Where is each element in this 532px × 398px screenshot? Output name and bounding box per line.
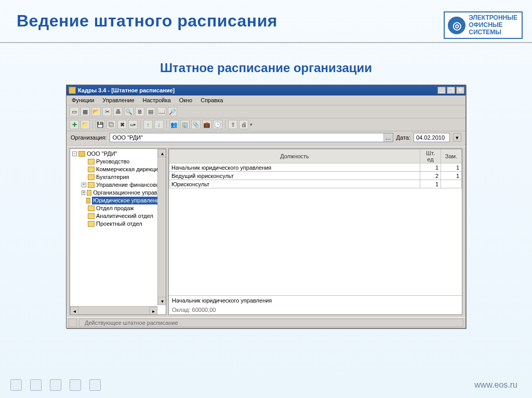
print2-icon[interactable]: 🖨	[239, 120, 248, 129]
scroll-down-icon[interactable]: ▾	[158, 297, 166, 305]
table-row[interactable]: Ведущий юрисконсульт 2 1	[169, 172, 462, 180]
tree-node[interactable]: Отдел продаж	[81, 204, 165, 212]
scroll-left-icon[interactable]: ◂	[70, 307, 78, 315]
org-icon[interactable]: 🏢	[180, 120, 190, 129]
positions-table[interactable]: Должность Шт. ед Зам. Начальник юридичес…	[169, 149, 462, 188]
org-input[interactable]	[110, 133, 383, 142]
zoom-icon[interactable]: 🔎	[168, 107, 177, 116]
tree-node-selected[interactable]: Юридическое управление	[81, 197, 165, 204]
app-window: Кадры 3.4 - [Штатное расписание] _ ❐ ✕ Ф…	[66, 85, 466, 328]
tree-node[interactable]: Руководство	[81, 158, 165, 166]
export-icon[interactable]: ⇪	[228, 120, 237, 129]
toggle-icon[interactable]: ш▾	[128, 120, 138, 129]
clock-icon[interactable]: 🕒	[213, 120, 222, 129]
scrollbar-vertical[interactable]: ▴ ▾	[157, 149, 166, 305]
org-combo[interactable]: …	[110, 133, 393, 142]
table-empty-area	[169, 188, 462, 295]
col-subs[interactable]: Зам.	[441, 149, 462, 163]
brand-logo: ◎ ЭЛЕКТРОННЫЕ ОФИСНЫЕ СИСТЕМЫ	[444, 11, 523, 39]
copy-icon[interactable]: ⿻	[107, 120, 116, 129]
tree-root[interactable]: − ООО "РДИ"	[71, 150, 165, 158]
close-button[interactable]: ✕	[456, 87, 464, 94]
tree-node[interactable]: Проектный отдел	[81, 220, 165, 228]
folder-open-icon[interactable]: 📂	[91, 107, 101, 116]
scroll-right-icon[interactable]: ▸	[149, 307, 157, 315]
slide-title: Ведение штатного расписания	[17, 11, 444, 31]
cut-icon[interactable]: ✂	[102, 107, 112, 116]
org-tree[interactable]: − ООО "РДИ" Руководство Коммерческая дир…	[70, 148, 166, 315]
restore-button[interactable]: ❐	[447, 87, 455, 94]
expand-icon[interactable]: +	[82, 190, 85, 195]
tree-node[interactable]: +Управление финансовов	[81, 181, 165, 189]
col-position[interactable]: Должность	[169, 149, 420, 163]
add-folder-icon[interactable]: 📁	[81, 120, 90, 129]
date-input[interactable]	[414, 133, 450, 142]
folder-icon	[88, 213, 95, 219]
footer-icons	[10, 379, 101, 391]
folder-icon	[88, 167, 95, 172]
document-icon[interactable]: 🗎	[135, 107, 144, 116]
table-row[interactable]: Юрисконсульт 1	[169, 180, 462, 188]
tree-node[interactable]: Коммерческая дирекция	[81, 166, 165, 173]
tree-node[interactable]: Бухгалтерия	[81, 173, 165, 181]
attach-icon[interactable]: 📎	[191, 120, 201, 129]
org-label: Организация:	[71, 134, 107, 141]
print-icon[interactable]: 🖶	[113, 107, 123, 116]
folder-open-icon	[86, 198, 91, 203]
toolbar-2: ✚ 📁 💾 ⿻ ✖ ш▾ ↑ ↓ 👥 🏢 📎 💼 🕒 ⇪ 🖨 ▾	[66, 118, 466, 131]
minimize-button[interactable]: _	[437, 87, 446, 94]
table-row[interactable]: Начальник юридического управления 1 1	[169, 163, 462, 172]
collapse-icon[interactable]: −	[72, 152, 77, 156]
footer-icon	[30, 379, 42, 391]
separator	[166, 120, 167, 129]
footer-icon	[70, 379, 81, 391]
footer-icon	[89, 379, 101, 391]
arrow-up-icon[interactable]: ↑	[143, 120, 153, 129]
menu-management[interactable]: Управление	[99, 97, 137, 104]
logo-text: ЭЛЕКТРОННЫЕ ОФИСНЫЕ СИСТЕМЫ	[469, 15, 517, 36]
status-bar: Действующее штатное расписание	[66, 317, 466, 328]
folder-icon	[88, 182, 95, 188]
slide-header: Ведение штатного расписания ◎ ЭЛЕКТРОННЫ…	[0, 0, 532, 43]
book-icon[interactable]: 📖	[157, 107, 166, 116]
scrollbar-horizontal[interactable]: ◂ ▸	[70, 306, 157, 314]
date-label: Дата:	[396, 134, 410, 141]
detail-salary: Оклад: 60000,00	[172, 307, 459, 313]
menu-window[interactable]: Окно	[176, 97, 196, 104]
delete-icon[interactable]: ✖	[117, 120, 127, 129]
expand-icon[interactable]: +	[82, 183, 86, 187]
arrow-down-icon[interactable]: ↓	[154, 120, 164, 129]
new-icon[interactable]: ✚	[70, 120, 79, 129]
menu-settings[interactable]: Настройка	[140, 97, 174, 104]
save-icon[interactable]: 💾	[96, 120, 105, 129]
col-units[interactable]: Шт. ед	[420, 149, 441, 163]
briefcase-icon[interactable]: 💼	[202, 120, 211, 129]
menu-bar: Функции Управление Настройка Окно Справк…	[66, 95, 466, 105]
ellipsis-icon[interactable]: …	[383, 133, 393, 142]
toolbar-1: ▭ ▦ 📂 ✂ 🖶 🔍 🗎 ▤ 📖 🔎	[66, 105, 466, 118]
window-title: Кадры 3.4 - [Штатное расписание]	[78, 87, 437, 93]
app-icon	[69, 87, 76, 94]
table-icon[interactable]: ▤	[146, 107, 155, 116]
window-titlebar[interactable]: Кадры 3.4 - [Штатное расписание] _ ❐ ✕	[66, 85, 466, 95]
menu-functions[interactable]: Функции	[69, 97, 97, 104]
tree-node[interactable]: +Организационное управле	[81, 189, 165, 197]
users-icon[interactable]: 👥	[169, 120, 179, 129]
card-icon[interactable]: ▭	[70, 107, 79, 116]
dropdown-icon[interactable]: ▾	[250, 122, 252, 127]
window-body: − ООО "РДИ" Руководство Коммерческая дир…	[66, 146, 466, 317]
slide-subtitle: Штатное расписание организации	[0, 61, 532, 75]
scroll-up-icon[interactable]: ▴	[158, 149, 166, 157]
org-row: Организация: … Дата: ▾	[66, 131, 466, 146]
calendar-icon[interactable]: ▾	[453, 133, 461, 142]
folder-icon	[88, 205, 95, 211]
tree-node[interactable]: Аналитический отдел	[81, 212, 165, 220]
folder-icon	[88, 159, 95, 164]
footer-icon	[10, 379, 22, 391]
grid-icon[interactable]: ▦	[81, 107, 90, 116]
menu-help[interactable]: Справка	[197, 97, 226, 104]
search-icon[interactable]: 🔍	[124, 107, 134, 116]
folder-icon	[87, 190, 91, 196]
detail-position: Начальник юридического управления	[172, 297, 459, 304]
status-text: Действующее штатное расписание	[79, 319, 463, 327]
